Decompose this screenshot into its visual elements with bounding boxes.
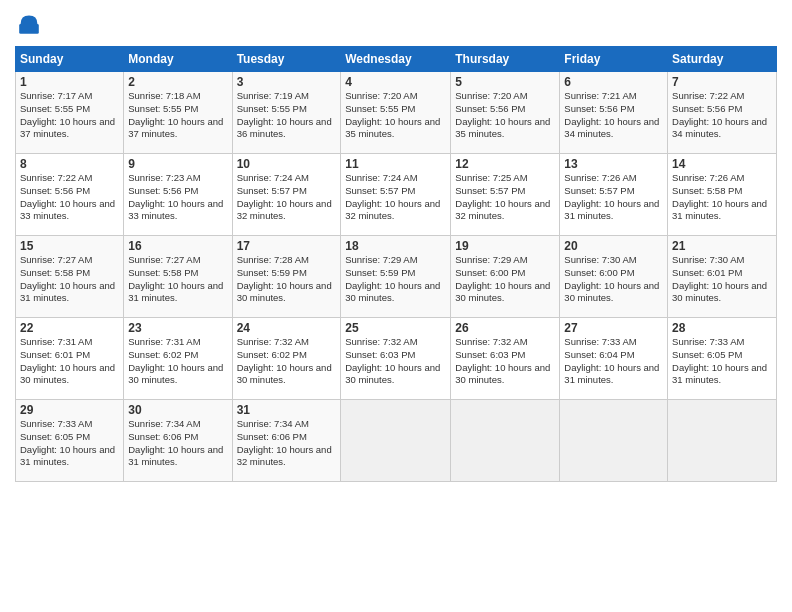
day-info: Sunrise: 7:18 AM Sunset: 5:55 PM Dayligh… [128,90,227,141]
calendar-cell: 15 Sunrise: 7:27 AM Sunset: 5:58 PM Dayl… [16,236,124,318]
day-number: 11 [345,157,446,171]
day-info: Sunrise: 7:27 AM Sunset: 5:58 PM Dayligh… [128,254,227,305]
day-number: 16 [128,239,227,253]
day-info: Sunrise: 7:33 AM Sunset: 6:04 PM Dayligh… [564,336,663,387]
day-number: 24 [237,321,337,335]
calendar-cell: 7 Sunrise: 7:22 AM Sunset: 5:56 PM Dayli… [668,72,777,154]
day-info: Sunrise: 7:29 AM Sunset: 6:00 PM Dayligh… [455,254,555,305]
calendar-cell: 19 Sunrise: 7:29 AM Sunset: 6:00 PM Dayl… [451,236,560,318]
col-header-saturday: Saturday [668,47,777,72]
calendar-cell [560,400,668,482]
day-number: 13 [564,157,663,171]
day-info: Sunrise: 7:22 AM Sunset: 5:56 PM Dayligh… [672,90,772,141]
calendar-cell: 4 Sunrise: 7:20 AM Sunset: 5:55 PM Dayli… [341,72,451,154]
week-row-1: 1 Sunrise: 7:17 AM Sunset: 5:55 PM Dayli… [16,72,777,154]
day-number: 26 [455,321,555,335]
day-number: 2 [128,75,227,89]
page: SundayMondayTuesdayWednesdayThursdayFrid… [0,0,792,612]
day-number: 14 [672,157,772,171]
calendar-cell: 17 Sunrise: 7:28 AM Sunset: 5:59 PM Dayl… [232,236,341,318]
calendar-cell: 2 Sunrise: 7:18 AM Sunset: 5:55 PM Dayli… [124,72,232,154]
col-header-sunday: Sunday [16,47,124,72]
day-info: Sunrise: 7:31 AM Sunset: 6:02 PM Dayligh… [128,336,227,387]
week-row-2: 8 Sunrise: 7:22 AM Sunset: 5:56 PM Dayli… [16,154,777,236]
day-number: 20 [564,239,663,253]
calendar-cell [668,400,777,482]
calendar-cell: 23 Sunrise: 7:31 AM Sunset: 6:02 PM Dayl… [124,318,232,400]
calendar-cell: 25 Sunrise: 7:32 AM Sunset: 6:03 PM Dayl… [341,318,451,400]
week-row-5: 29 Sunrise: 7:33 AM Sunset: 6:05 PM Dayl… [16,400,777,482]
calendar-cell: 12 Sunrise: 7:25 AM Sunset: 5:57 PM Dayl… [451,154,560,236]
day-number: 1 [20,75,119,89]
calendar-cell: 22 Sunrise: 7:31 AM Sunset: 6:01 PM Dayl… [16,318,124,400]
day-number: 31 [237,403,337,417]
calendar-cell: 1 Sunrise: 7:17 AM Sunset: 5:55 PM Dayli… [16,72,124,154]
header [15,10,777,38]
day-number: 18 [345,239,446,253]
calendar-cell: 28 Sunrise: 7:33 AM Sunset: 6:05 PM Dayl… [668,318,777,400]
logo-icon [15,10,43,38]
calendar-cell: 31 Sunrise: 7:34 AM Sunset: 6:06 PM Dayl… [232,400,341,482]
col-header-tuesday: Tuesday [232,47,341,72]
calendar-cell: 13 Sunrise: 7:26 AM Sunset: 5:57 PM Dayl… [560,154,668,236]
calendar-cell: 16 Sunrise: 7:27 AM Sunset: 5:58 PM Dayl… [124,236,232,318]
day-number: 25 [345,321,446,335]
day-number: 9 [128,157,227,171]
calendar-cell: 29 Sunrise: 7:33 AM Sunset: 6:05 PM Dayl… [16,400,124,482]
header-row: SundayMondayTuesdayWednesdayThursdayFrid… [16,47,777,72]
day-info: Sunrise: 7:24 AM Sunset: 5:57 PM Dayligh… [237,172,337,223]
day-number: 30 [128,403,227,417]
calendar-cell: 21 Sunrise: 7:30 AM Sunset: 6:01 PM Dayl… [668,236,777,318]
day-number: 19 [455,239,555,253]
day-info: Sunrise: 7:26 AM Sunset: 5:57 PM Dayligh… [564,172,663,223]
day-info: Sunrise: 7:32 AM Sunset: 6:03 PM Dayligh… [345,336,446,387]
day-info: Sunrise: 7:23 AM Sunset: 5:56 PM Dayligh… [128,172,227,223]
calendar-table: SundayMondayTuesdayWednesdayThursdayFrid… [15,46,777,482]
col-header-monday: Monday [124,47,232,72]
day-number: 5 [455,75,555,89]
day-info: Sunrise: 7:30 AM Sunset: 6:00 PM Dayligh… [564,254,663,305]
day-info: Sunrise: 7:25 AM Sunset: 5:57 PM Dayligh… [455,172,555,223]
calendar-cell: 9 Sunrise: 7:23 AM Sunset: 5:56 PM Dayli… [124,154,232,236]
day-number: 6 [564,75,663,89]
calendar-cell: 6 Sunrise: 7:21 AM Sunset: 5:56 PM Dayli… [560,72,668,154]
day-number: 17 [237,239,337,253]
day-info: Sunrise: 7:31 AM Sunset: 6:01 PM Dayligh… [20,336,119,387]
calendar-cell: 27 Sunrise: 7:33 AM Sunset: 6:04 PM Dayl… [560,318,668,400]
day-number: 22 [20,321,119,335]
day-info: Sunrise: 7:32 AM Sunset: 6:02 PM Dayligh… [237,336,337,387]
day-number: 12 [455,157,555,171]
day-number: 23 [128,321,227,335]
day-number: 4 [345,75,446,89]
day-info: Sunrise: 7:30 AM Sunset: 6:01 PM Dayligh… [672,254,772,305]
day-number: 3 [237,75,337,89]
day-number: 27 [564,321,663,335]
day-info: Sunrise: 7:34 AM Sunset: 6:06 PM Dayligh… [237,418,337,469]
calendar-cell: 20 Sunrise: 7:30 AM Sunset: 6:00 PM Dayl… [560,236,668,318]
logo [15,10,45,38]
calendar-cell [341,400,451,482]
calendar-cell: 30 Sunrise: 7:34 AM Sunset: 6:06 PM Dayl… [124,400,232,482]
day-info: Sunrise: 7:24 AM Sunset: 5:57 PM Dayligh… [345,172,446,223]
day-info: Sunrise: 7:19 AM Sunset: 5:55 PM Dayligh… [237,90,337,141]
calendar-cell: 26 Sunrise: 7:32 AM Sunset: 6:03 PM Dayl… [451,318,560,400]
calendar-cell: 10 Sunrise: 7:24 AM Sunset: 5:57 PM Dayl… [232,154,341,236]
week-row-4: 22 Sunrise: 7:31 AM Sunset: 6:01 PM Dayl… [16,318,777,400]
day-number: 28 [672,321,772,335]
day-info: Sunrise: 7:32 AM Sunset: 6:03 PM Dayligh… [455,336,555,387]
calendar-cell: 3 Sunrise: 7:19 AM Sunset: 5:55 PM Dayli… [232,72,341,154]
col-header-friday: Friday [560,47,668,72]
day-info: Sunrise: 7:17 AM Sunset: 5:55 PM Dayligh… [20,90,119,141]
svg-rect-0 [19,24,39,34]
day-number: 8 [20,157,119,171]
day-number: 10 [237,157,337,171]
day-info: Sunrise: 7:20 AM Sunset: 5:56 PM Dayligh… [455,90,555,141]
day-number: 21 [672,239,772,253]
day-info: Sunrise: 7:21 AM Sunset: 5:56 PM Dayligh… [564,90,663,141]
day-info: Sunrise: 7:33 AM Sunset: 6:05 PM Dayligh… [672,336,772,387]
day-info: Sunrise: 7:20 AM Sunset: 5:55 PM Dayligh… [345,90,446,141]
day-number: 15 [20,239,119,253]
calendar-cell: 14 Sunrise: 7:26 AM Sunset: 5:58 PM Dayl… [668,154,777,236]
day-info: Sunrise: 7:27 AM Sunset: 5:58 PM Dayligh… [20,254,119,305]
day-info: Sunrise: 7:22 AM Sunset: 5:56 PM Dayligh… [20,172,119,223]
